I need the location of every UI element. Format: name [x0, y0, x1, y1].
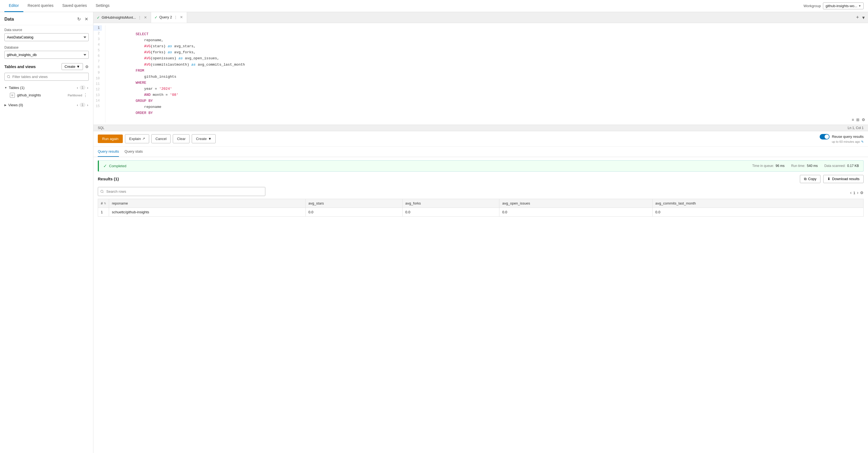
tab-query-stats[interactable]: Query stats — [124, 147, 143, 157]
results-table: # ⇅ reponame avg_stars avg_forks — [98, 199, 864, 217]
tables-tree-row[interactable]: ▼ Tables (1) ‹ 1 › — [4, 84, 89, 91]
col-header-avg-forks[interactable]: avg_forks — [402, 199, 499, 207]
col-header-reponame[interactable]: reponame — [109, 199, 305, 207]
create-label: Create — [65, 65, 75, 69]
explain-button[interactable]: Explain ↗ — [125, 134, 149, 143]
clear-button[interactable]: Clear — [173, 134, 189, 143]
datasource-select[interactable]: AwsDataCatalog — [4, 33, 89, 41]
create-button[interactable]: Create ▼ — [62, 63, 83, 70]
tab-recent-queries[interactable]: Recent queries — [23, 0, 58, 12]
table-view-icon[interactable]: ⊞ — [856, 118, 860, 122]
query-tab-1[interactable]: ✓ GitHubInsightsMont... ⋮ ✕ — [93, 12, 151, 23]
sidebar-header-icons: ↻ ✕ — [76, 16, 89, 22]
explain-label: Explain — [129, 137, 141, 141]
reuse-toggle[interactable] — [820, 134, 830, 139]
search-rows-wrap — [98, 187, 265, 196]
explain-external-icon: ↗ — [142, 137, 145, 140]
filter-tables-input[interactable] — [4, 73, 89, 81]
create-chevron-icon: ▼ — [76, 65, 80, 69]
cell-row-num: 1 — [98, 207, 109, 216]
reuse-edit-icon[interactable]: ✎ — [861, 140, 864, 143]
col-num-sort-icon: ⇅ — [104, 202, 106, 205]
views-expand-icon: ▶ — [4, 103, 7, 106]
page-number: 1 — [853, 191, 855, 195]
views-label: Views (0) — [8, 103, 75, 107]
tab1-menu-btn[interactable]: ⋮ — [137, 15, 142, 20]
settings-icon[interactable]: ⚙ — [862, 118, 865, 122]
code-editor: 1 2 3 4 5 6 7 8 9 10 11 12 13 14 15 — [93, 23, 868, 125]
views-tree-row[interactable]: ▶ Views (0) ‹ 1 › — [4, 101, 89, 108]
cursor-position: Ln 1, Col 1 — [848, 126, 864, 130]
table-more-btn[interactable]: ⋮ — [82, 93, 89, 98]
main-layout: Data ↻ ✕ Data source AwsDataCatalog Data… — [0, 12, 868, 453]
results-title: Results (1) — [98, 176, 119, 181]
table-name: github_insights — [17, 93, 68, 97]
cell-avg-forks: 0.0 — [402, 207, 499, 216]
tab1-close-btn[interactable]: ✕ — [144, 15, 148, 20]
tab2-menu-btn[interactable]: ⋮ — [174, 15, 178, 19]
run-again-button[interactable]: Run again — [98, 134, 123, 143]
tabs-menu-btn[interactable]: ▾ — [861, 14, 866, 21]
tab1-status-icon: ✓ — [97, 15, 100, 20]
editor-toolbar-right: ≡ ⊞ ⚙ — [852, 118, 865, 122]
cancel-button[interactable]: Cancel — [151, 134, 170, 143]
add-tab-btn[interactable]: + — [855, 14, 860, 20]
results-settings-icon[interactable]: ⚙ — [860, 191, 864, 195]
tables-views-title: Tables and views — [4, 65, 36, 69]
action-bar: Run again Explain ↗ Cancel Clear Create … — [93, 131, 868, 147]
create-btn-label: Create — [196, 137, 207, 141]
tables-prev-btn[interactable]: ‹ — [76, 86, 79, 90]
col-header-avg-open-issues[interactable]: avg_open_issues — [499, 199, 652, 207]
pagination-next-btn[interactable]: › — [857, 190, 858, 195]
col-header-avg-stars[interactable]: avg_stars — [305, 199, 402, 207]
download-button[interactable]: ⬇ Download results — [823, 175, 864, 183]
results-pagination-row: ‹ 1 › ⚙ — [98, 186, 864, 199]
completed-bar: ✓ Completed Time in queue: 96 ms Run tim… — [98, 160, 864, 171]
workgroup-select[interactable]: github-insights-wo... ▼ — [823, 2, 864, 9]
run-time-stat: Run time: 540 ms — [791, 164, 818, 168]
copy-button[interactable]: ⧉ Copy — [800, 175, 820, 183]
views-prev-btn[interactable]: ‹ — [76, 103, 79, 107]
workgroup-label: Workgroup — [803, 4, 821, 8]
views-page: 1 — [80, 103, 86, 107]
workgroup-chevron-icon: ▼ — [858, 4, 861, 7]
reuse-area: Reuse query results up to 60 minutes ago… — [820, 134, 864, 143]
col-header-avg-commits-last-month[interactable]: avg_commits_last_month — [652, 199, 863, 207]
cell-avg-open-issues: 0.0 — [499, 207, 652, 216]
tab-editor[interactable]: Editor — [4, 0, 23, 12]
views-next-btn[interactable]: › — [87, 103, 89, 107]
status-bar: SQL Ln 1, Col 1 — [93, 125, 868, 131]
reuse-sub-text: up to 60 minutes ago — [832, 140, 860, 143]
tab2-close-btn[interactable]: ✕ — [179, 15, 184, 19]
run-time-label: Run time: — [791, 164, 805, 168]
collapse-icon[interactable]: ✕ — [84, 16, 89, 22]
tabs-end-area: + ▾ — [852, 14, 868, 21]
copy-label: Copy — [808, 177, 816, 181]
list-item[interactable]: ⊞ github_insights Partitioned ⋮ — [4, 91, 89, 99]
refresh-icon[interactable]: ↻ — [76, 16, 81, 22]
reuse-sub: up to 60 minutes ago ✎ — [832, 140, 864, 143]
time-in-queue-label: Time in queue: — [752, 164, 774, 168]
create-chevron-icon: ▼ — [208, 137, 212, 141]
line-numbers: 1 2 3 4 5 6 7 8 9 10 11 12 13 14 15 — [93, 25, 105, 123]
create-button[interactable]: Create ▼ — [192, 134, 216, 143]
tab2-label: Query 2 — [159, 15, 172, 19]
col-header-num: # ⇅ — [98, 199, 109, 207]
code-lines[interactable]: 1 2 3 4 5 6 7 8 9 10 11 12 13 14 15 — [93, 23, 868, 125]
format-icon[interactable]: ≡ — [852, 118, 854, 122]
views-nav: ‹ 1 › — [76, 103, 89, 107]
tab-query-results[interactable]: Query results — [98, 147, 119, 157]
tab-settings[interactable]: Settings — [91, 0, 114, 12]
completed-stats: Time in queue: 96 ms Run time: 540 ms Da… — [752, 164, 859, 168]
sql-label: SQL — [98, 126, 104, 130]
tab-saved-queries[interactable]: Saved queries — [58, 0, 91, 12]
database-section: Database github_insights_db — [0, 43, 93, 60]
editor-area: ✓ GitHubInsightsMont... ⋮ ✕ ✓ Query 2 ⋮ … — [93, 12, 868, 453]
search-rows-input[interactable] — [98, 187, 265, 196]
query-tab-2[interactable]: ✓ Query 2 ⋮ ✕ — [151, 12, 187, 23]
pagination-prev-btn[interactable]: ‹ — [850, 190, 851, 195]
tables-next-btn[interactable]: › — [87, 86, 89, 90]
database-select[interactable]: github_insights_db — [4, 51, 89, 59]
tables-settings-icon[interactable]: ⚙ — [85, 65, 89, 69]
code-content[interactable]: SELECT reponame, AVG(stars) as avg_stars… — [105, 25, 868, 123]
